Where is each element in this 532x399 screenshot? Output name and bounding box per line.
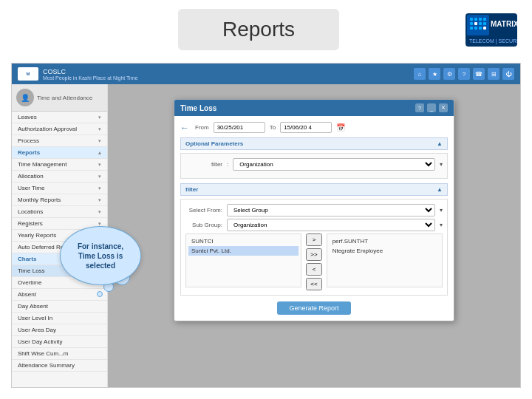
matrix-logo: MATRIX TELECOM | SECURITY [466, 13, 517, 47]
sidebar-item-time-management[interactable]: Time Management ▾ [12, 159, 107, 171]
organization-select[interactable]: Organization [233, 158, 435, 171]
sidebar-item-user-level[interactable]: User Level In [12, 313, 107, 324]
sidebar-item-absent[interactable]: Absent [12, 289, 107, 301]
add-all-button[interactable]: >> [306, 248, 321, 261]
svg-rect-10 [470, 27, 473, 30]
remove-all-button[interactable]: << [306, 278, 321, 290]
sidebar-item-user-time[interactable]: User Time ▾ [12, 183, 107, 194]
star-icon[interactable]: ★ [429, 68, 440, 80]
list-item[interactable]: Suntci Pvt. Ltd. [188, 246, 299, 256]
power-icon[interactable]: ⏻ [502, 68, 514, 80]
filter-by-label: filter [185, 186, 198, 193]
date-from-label: From [195, 124, 209, 131]
svg-text:MATRIX: MATRIX [491, 20, 517, 28]
sidebar-item-attendance-summary[interactable]: Attendance Summary [12, 360, 107, 372]
page-title: Reports [178, 9, 339, 50]
svg-rect-4 [479, 18, 482, 21]
inner-main-panel: Time Loss ? _ ✕ ← From [108, 84, 520, 387]
optional-params-label: Optional Parameters [185, 140, 243, 147]
filter-separator: : [227, 161, 228, 168]
matrix-logo-svg: MATRIX TELECOM | SECURITY [466, 13, 517, 47]
inner-matrix-logo: M [18, 67, 38, 81]
chevron-icon: ▾ [98, 174, 101, 180]
modal-help-icon[interactable]: ? [415, 103, 424, 112]
sidebar-item-process[interactable]: Process ▾ [12, 135, 107, 147]
modal-header: Time Loss ? _ ✕ [174, 100, 454, 116]
date-from-input[interactable] [214, 122, 265, 133]
sub-group-label: Sub Group: [185, 222, 222, 228]
params-section-toggle[interactable]: filter ▲ [180, 183, 448, 196]
list-item[interactable]: SUNTCI [188, 236, 299, 246]
inner-nav-right: ⌂ ★ ⚙ ? ☎ ⊞ ⏻ [414, 68, 514, 80]
list-item[interactable]: Ntegrate Employee [330, 246, 440, 256]
select-arrow: ▾ [440, 161, 443, 168]
svg-rect-8 [479, 22, 482, 25]
sidebar-item-locations[interactable]: Locations ▾ [12, 206, 107, 218]
chevron-icon: ▾ [98, 162, 101, 168]
filter-label: filter [185, 161, 222, 168]
org-list: SUNTCI Suntci Pvt. Ltd. [185, 233, 301, 287]
svg-rect-11 [474, 27, 477, 30]
home-icon[interactable]: ⌂ [414, 68, 426, 80]
settings-icon[interactable]: ⚙ [443, 68, 455, 80]
inner-nav-bar: M COSLC Most People in Kashi Place at Ni… [12, 64, 520, 84]
bubble-decoration-3 [97, 291, 103, 297]
back-button[interactable]: ← [180, 123, 189, 133]
params-collapsible: Select From: Select Group ▾ Sub Group: O… [180, 199, 448, 296]
date-range-row: From To 📅 [195, 122, 345, 133]
svg-rect-5 [483, 18, 486, 21]
chevron-icon: ▾ [98, 185, 101, 191]
phone-icon[interactable]: ☎ [473, 68, 485, 80]
chevron-icon: ▾ [98, 115, 101, 120]
grid-icon[interactable]: ⊞ [488, 68, 499, 80]
inner-app-info: COSLC Most People in Kashi Place at Nigh… [43, 68, 137, 81]
chevron-icon: ▾ [98, 197, 101, 203]
inner-nav-left: M COSLC Most People in Kashi Place at Ni… [18, 67, 137, 81]
sidebar-section-title: Time and Attendance [37, 95, 92, 101]
svg-rect-12 [479, 27, 482, 30]
list-item[interactable]: perf.SUNTHT [330, 236, 440, 246]
sidebar-section-reports[interactable]: Reports ▴ [12, 147, 107, 159]
chevron-icon: ▾ [98, 126, 101, 132]
svg-rect-6 [470, 22, 473, 25]
svg-text:TELECOM | SECURITY: TELECOM | SECURITY [469, 38, 517, 44]
sidebar-user-area: 👤 Time and Attendance [12, 84, 107, 112]
modal-close-icon[interactable]: ✕ [439, 103, 448, 112]
modal-minimize-icon[interactable]: _ [427, 103, 436, 112]
optional-params-toggle[interactable]: Optional Parameters ▲ [180, 137, 448, 150]
sub-group-select[interactable]: Organization [227, 219, 435, 231]
remove-button[interactable]: < [306, 263, 321, 276]
user-avatar: 👤 [16, 89, 34, 106]
sidebar-item-allocation[interactable]: Allocation ▾ [12, 171, 107, 183]
sidebar-item-shift-wise[interactable]: Shift Wise Cum...m [12, 348, 107, 360]
sidebar-item-authorization[interactable]: Authorization Approval ▾ [12, 123, 107, 135]
select-group-select[interactable]: Select Group [227, 204, 435, 216]
inner-app-name: COSLC [43, 68, 137, 75]
chevron-icon: ▴ [98, 150, 101, 156]
optional-params-area: filter : Organization ▾ [180, 153, 448, 179]
sidebar-item-user-day[interactable]: User Day Activity [12, 336, 107, 348]
add-button[interactable]: > [306, 233, 321, 246]
calendar-icon[interactable]: 📅 [336, 123, 345, 132]
svg-rect-2 [470, 18, 473, 21]
generate-report-button[interactable]: Generate Report [277, 301, 350, 315]
select-from-label: Select From: [185, 207, 222, 214]
select-group-arrow: ▾ [440, 207, 443, 214]
selected-list: perf.SUNTHT Ntegrate Employee [327, 233, 443, 287]
date-to-input[interactable] [280, 122, 332, 133]
help-icon[interactable]: ? [458, 68, 470, 80]
modal-body: ← From To 📅 Optional Parameters [174, 116, 454, 321]
sidebar-item-day-absent[interactable]: Day Absent [12, 301, 107, 313]
modal-nav-row: ← From To 📅 [180, 122, 448, 133]
sub-group-arrow: ▾ [440, 222, 443, 228]
sidebar-item-leaves[interactable]: Leaves ▾ [12, 112, 107, 123]
collapse-icon: ▲ [437, 140, 443, 147]
svg-rect-13 [483, 27, 486, 30]
sub-group-row: Sub Group: Organization ▾ [185, 219, 443, 231]
page-header: Reports MATRIX TELECOM | SECURITY [0, 0, 532, 59]
inner-app-subtitle: Most People in Kashi Place at Night Time [43, 75, 137, 81]
sidebar-item-user-area[interactable]: User Area Day [12, 324, 107, 336]
svg-rect-3 [474, 18, 477, 21]
modal-header-icons: ? _ ✕ [415, 103, 448, 112]
sidebar-item-monthly[interactable]: Monthly Reports ▾ [12, 194, 107, 206]
